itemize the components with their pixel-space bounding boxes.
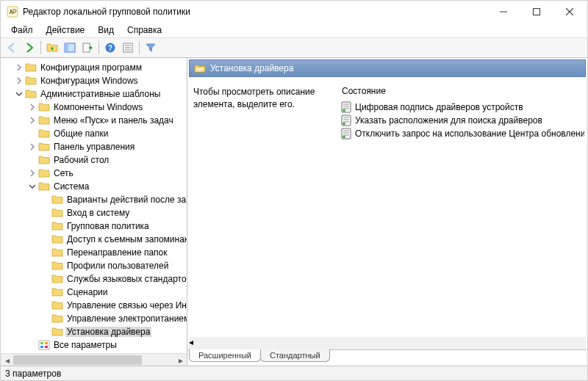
tree-node-label: Групповая политика [65,221,151,231]
tab-extended[interactable]: Расширенный [189,349,261,362]
menu-file[interactable]: Файл [5,23,39,37]
chevron-right-icon[interactable] [27,142,37,152]
show-hide-tree-button[interactable] [62,40,78,56]
svg-text:?: ? [108,44,112,52]
tree-node[interactable]: Групповая политика [1,219,187,233]
tree-node-label: Перенаправление папок [65,247,169,258]
folder-icon [51,247,63,258]
scroll-thumb[interactable] [13,355,142,365]
tree-node-label: Конфигурация программ [39,62,143,73]
scroll-left-arrow[interactable]: ◂ [1,354,13,366]
toolbar-separator [40,41,41,54]
chevron-right-icon[interactable] [27,115,37,126]
setting-item[interactable]: Цифровая подпись драйверов устройств [340,101,584,114]
menu-action[interactable]: Действие [40,23,91,37]
policy-icon [340,115,352,126]
export-icon [82,42,93,54]
tree-hscrollbar[interactable]: ◂ ▸ [1,353,187,366]
chevron-right-icon[interactable] [14,76,24,86]
tree-node[interactable]: Управление связью через Интернет [1,299,187,312]
tree-node-label: Все параметры [52,340,118,350]
setting-label: Указать расположения для поиска драйверо… [355,115,542,126]
statusbar: 3 параметров [1,366,587,380]
folder-icon [51,313,63,324]
statusbar-text: 3 параметров [5,369,61,379]
folder-icon [51,326,63,338]
filter-button[interactable] [143,40,159,56]
settings-column-header[interactable]: Состояние [340,83,584,101]
setting-item[interactable]: Отключить запрос на использование Центра… [340,127,584,140]
tree-node[interactable]: Установка драйвера [1,325,187,338]
svg-rect-16 [65,43,68,52]
funnel-icon [145,42,157,54]
chevron-right-icon[interactable] [27,168,37,178]
back-button[interactable] [4,40,20,56]
window-title: Редактор локальной групповой политики [23,7,487,17]
tree-node[interactable]: Панель управления [1,140,187,153]
tree-node-label: Сеть [52,168,75,178]
policy-icon [340,128,352,139]
folder-icon [25,75,37,87]
tree[interactable]: Конфигурация программКонфигурация Window… [1,61,187,353]
tree-node-label: Профили пользователей [65,261,170,271]
forward-button[interactable] [21,40,37,56]
tree-node[interactable]: Конфигурация Windows [1,74,187,87]
help-button[interactable]: ? [102,40,118,56]
tree-node[interactable]: Административные шаблоны [1,87,187,101]
folder-icon [38,167,50,179]
chevron-right-icon[interactable] [27,102,37,112]
folder-icon [38,101,50,113]
folder-icon [38,154,50,166]
tree-node[interactable]: Сеть [1,167,187,180]
tree-node-label: Управление связью через Интернет [65,300,187,311]
tree-node-label: Меню «Пуск» и панель задач [52,115,175,126]
toolbar-separator [139,41,140,54]
tree-node[interactable]: Сценарии [1,286,187,299]
export-list-button[interactable] [79,40,96,56]
tree-node[interactable]: Система [1,180,187,193]
menu-help[interactable]: Справка [121,23,168,37]
tab-standard[interactable]: Стандартный [260,349,330,362]
maximize-button[interactable] [520,1,553,22]
properties-button[interactable] [120,40,136,56]
tree-node[interactable]: Варианты действий после завершения [1,193,187,206]
folder-icon [51,220,63,232]
setting-label: Цифровая подпись драйверов устройств [355,102,523,112]
settings-list: Цифровая подпись драйверов устройствУказ… [340,101,584,140]
tree-node[interactable]: Компоненты Windows [1,101,187,114]
folder-icon [51,286,63,298]
scroll-right-arrow[interactable]: ▸ [174,354,187,366]
tree-node[interactable]: Конфигурация программ [1,61,187,74]
scroll-left-arrow[interactable]: ◂ [189,337,586,347]
tree-node[interactable]: Доступ к съемным запоминающим [1,233,187,246]
tree-node[interactable]: Общие папки [1,127,187,140]
tree-node[interactable]: Вход в систему [1,206,187,219]
right-pane: Установка драйвера Чтобы просмотреть опи… [187,58,587,366]
folder-icon [38,128,50,139]
tree-node[interactable]: Профили пользователей [1,259,187,272]
tree-node[interactable]: Все параметры [1,338,187,352]
right-hscrollbar[interactable]: ◂ ▸ [189,337,586,349]
chevron-down-icon[interactable] [14,89,24,99]
close-button[interactable] [553,1,586,22]
right-pane-title: Установка драйвера [210,63,293,73]
folder-icon [51,300,63,311]
arrow-left-icon [6,42,18,54]
minimize-button[interactable] [487,1,520,22]
up-level-button[interactable] [44,40,60,56]
tree-node-label: Управление электропитанием [65,313,187,324]
chevron-down-icon[interactable] [27,181,37,192]
tree-node[interactable]: Управление электропитанием [1,312,187,325]
folder-icon [51,207,63,219]
chevron-right-icon[interactable] [14,62,24,73]
all-settings-icon [38,339,50,351]
menubar: Файл Действие Вид Справка [1,23,587,37]
tree-node[interactable]: Рабочий стол [1,153,187,167]
menu-view[interactable]: Вид [92,23,120,37]
tree-node[interactable]: Меню «Пуск» и панель задач [1,114,187,127]
setting-item[interactable]: Указать расположения для поиска драйверо… [340,114,584,127]
tree-node[interactable]: Службы языковых стандартов [1,272,187,286]
folder-icon [38,181,50,192]
right-body: Чтобы просмотреть описание элемента, выд… [187,79,587,337]
tree-node[interactable]: Перенаправление папок [1,246,187,259]
